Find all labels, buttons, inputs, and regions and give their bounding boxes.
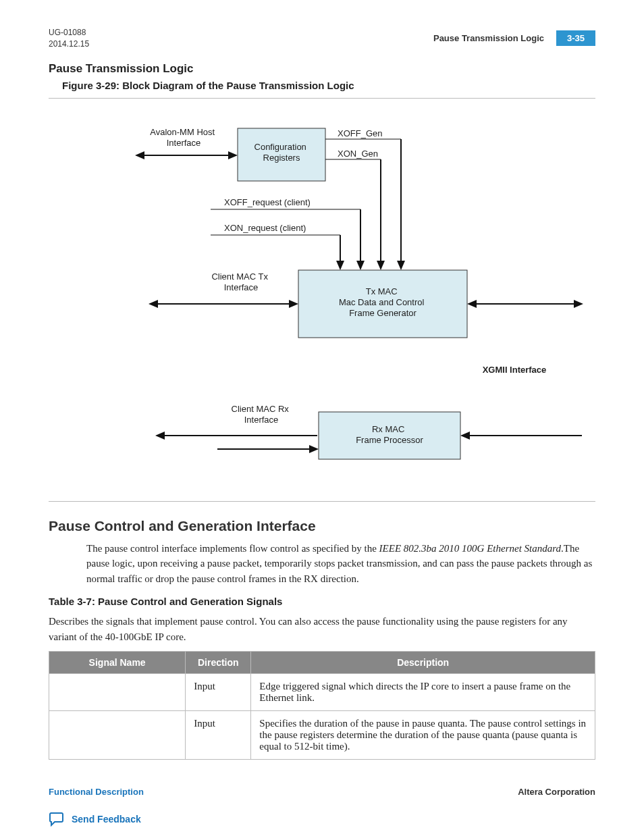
- page-number: 3-35: [556, 30, 595, 46]
- section2-heading: Pause Control and Generation Interface: [49, 518, 595, 534]
- diagram-svg: Configuration Registers Avalon-MM Host I…: [49, 115, 595, 479]
- section2-paragraph: The pause control interface implements f…: [86, 541, 595, 587]
- xgmii-label: XGMII Interface: [483, 365, 547, 375]
- figure-caption: Figure 3-29: Block Diagram of the Pause …: [62, 80, 595, 91]
- page-footer: Functional Description Altera Corporatio…: [49, 787, 595, 797]
- col-description: Description: [251, 652, 595, 674]
- comment-icon: [49, 812, 65, 827]
- table-row: Input Specifies the duration of the paus…: [49, 711, 595, 760]
- footer-corp: Altera Corporation: [518, 787, 595, 797]
- table-title: Table 3-7: Pause Control and Generation …: [49, 596, 595, 607]
- send-feedback-label: Send Feedback: [72, 814, 141, 825]
- header-right: Pause Transmission Logic 3-35: [433, 30, 595, 46]
- signals-table: Signal Name Direction Description Input …: [49, 651, 595, 760]
- table-description: Describes the signals that implement pau…: [49, 614, 595, 644]
- client-rx-label: Client MAC Rx Interface: [232, 404, 292, 425]
- col-signal-name: Signal Name: [49, 652, 186, 674]
- running-title: Pause Transmission Logic: [433, 33, 544, 43]
- page-header: UG-01088 2014.12.15 Pause Transmission L…: [49, 27, 595, 50]
- avalon-label: Avalon-MM Host Interface: [150, 127, 217, 148]
- header-left: UG-01088 2014.12.15: [49, 27, 89, 50]
- doc-date: 2014.12.15: [49, 38, 89, 50]
- footer-left-link[interactable]: Functional Description: [49, 787, 144, 797]
- table-row: Input Edge triggered signal which direct…: [49, 674, 595, 711]
- doc-id: UG-01088: [49, 27, 89, 38]
- section-heading: Pause Transmission Logic: [49, 62, 595, 76]
- col-direction: Direction: [186, 652, 251, 674]
- xon-gen-label: XON_Gen: [338, 149, 378, 159]
- figure-block-diagram: Configuration Registers Avalon-MM Host I…: [49, 98, 595, 502]
- send-feedback[interactable]: Send Feedback: [49, 812, 595, 827]
- xon-req-label: XON_request (client): [224, 223, 306, 233]
- xoff-req-label: XOFF_request (client): [224, 197, 311, 207]
- client-tx-label: Client MAC Tx Interface: [211, 271, 270, 292]
- xoff-gen-label: XOFF_Gen: [338, 128, 382, 138]
